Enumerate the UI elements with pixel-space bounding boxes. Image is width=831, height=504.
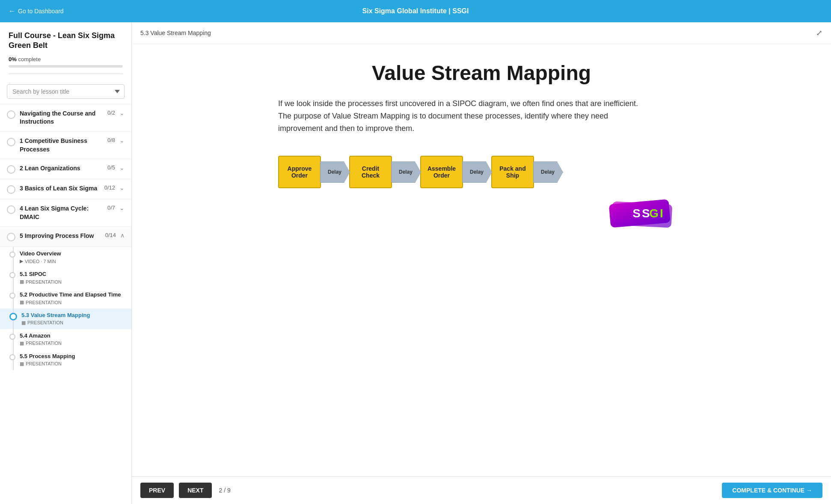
progress-label: complete (18, 56, 41, 62)
svg-text:SS: SS (632, 207, 651, 220)
section-item-1[interactable]: 1 Competitive Business Processes 0/8 ⌄ (0, 132, 131, 159)
lesson-title-sipoc: 5.1 SIPOC (20, 271, 125, 278)
delay-arrow-3: Delay (462, 161, 492, 183)
breadcrumb: 5.3 Value Stream Mapping (140, 30, 211, 36)
video-icon: ▶ (20, 258, 23, 264)
flow-connector-3: Delay (462, 161, 492, 183)
section-circle-5 (7, 233, 15, 241)
page-indicator: 2 / 9 (219, 487, 230, 494)
search-input[interactable]: Search by lesson title (7, 84, 125, 99)
bottom-nav: PREV NEXT 2 / 9 COMPLETE & CONTINUE → (132, 476, 831, 504)
delay-arrow-4: Delay (533, 161, 563, 183)
lesson-type-amazon: ▦ PRESENTATION (20, 341, 125, 346)
section-item-5[interactable]: 5 Improving Process Flow 0/14 ∧ (0, 227, 131, 247)
progress-percent: 0% (9, 56, 17, 62)
process-box-pack: Pack and Ship (491, 156, 534, 188)
svg-text:GI: GI (649, 207, 665, 220)
presentation-icon-productive: ▦ (20, 299, 24, 305)
lesson-type-vsm: ▦ PRESENTATION (21, 320, 125, 326)
sidebar-header: Full Course - Lean Six Sigma Green Belt … (0, 22, 131, 79)
section-info-2: 2 Lean Organizations (20, 164, 103, 173)
process-box-assemble: Assemble Order (420, 156, 463, 188)
chevron-down-icon-3[interactable]: ⌄ (119, 184, 125, 191)
next-button[interactable]: NEXT (179, 483, 212, 498)
process-box-approve: Approve Order (278, 156, 321, 188)
lesson-content-vsm: 5.3 Value Stream Mapping ▦ PRESENTATION (21, 312, 125, 326)
chevron-down-icon-1[interactable]: ⌄ (119, 137, 125, 144)
chevron-up-icon-5[interactable]: ∧ (120, 232, 125, 239)
expand-icon[interactable]: ⤢ (816, 28, 822, 38)
progress-bar-track (9, 65, 123, 68)
section-info-4: 4 Lean Six Sigma Cycle: DMAIC (20, 205, 103, 221)
slide-wrapper: Value Stream Mapping If we look inside t… (278, 61, 685, 231)
presentation-icon-sipoc: ▦ (20, 279, 24, 285)
lesson-content-productive: 5.2 Productive Time and Elapsed Time ▦ P… (20, 291, 125, 305)
flow-connector-2: Delay (391, 161, 421, 183)
process-box-credit: Credit Check (349, 156, 392, 188)
lesson-type-video: ▶ VIDEO · 7 MIN (20, 258, 125, 264)
section-count-2: 0/5 (107, 164, 115, 171)
lesson-title-amazon: 5.4 Amazon (20, 332, 125, 340)
lesson-content-sipoc: 5.1 SIPOC ▦ PRESENTATION (20, 271, 125, 285)
section-name-2: 2 Lean Organizations (20, 164, 103, 173)
chevron-down-icon-2[interactable]: ⌄ (119, 164, 125, 171)
lesson-type-process-mapping: ▦ PRESENTATION (20, 361, 125, 367)
course-title: Full Course - Lean Six Sigma Green Belt (9, 31, 123, 51)
lesson-item-sipoc[interactable]: 5.1 SIPOC ▦ PRESENTATION (0, 267, 131, 288)
course-sections: Navigating the Course and Instructions 0… (0, 104, 131, 504)
section-circle-2 (7, 165, 15, 174)
lesson-type-sipoc: ▦ PRESENTATION (20, 279, 125, 285)
section-item-nav[interactable]: Navigating the Course and Instructions 0… (0, 104, 131, 132)
delay-arrow-1: Delay (320, 161, 350, 183)
chevron-down-icon-4[interactable]: ⌄ (119, 205, 125, 211)
section-item-2[interactable]: 2 Lean Organizations 0/5 ⌄ (0, 159, 131, 179)
section-name-4: 4 Lean Six Sigma Cycle: DMAIC (20, 205, 103, 221)
section-count-3: 0/12 (104, 184, 115, 191)
process-flow-diagram: Approve Order Delay Credit Check Delay A… (278, 156, 685, 188)
search-container[interactable]: Search by lesson title (0, 79, 131, 104)
back-link-label: Go to Dashboard (18, 8, 64, 15)
lesson-title-process-mapping: 5.5 Process Mapping (20, 353, 125, 360)
lesson-item-vsm[interactable]: 5.3 Value Stream Mapping ▦ PRESENTATION (0, 308, 131, 329)
lesson-item-amazon[interactable]: 5.4 Amazon ▦ PRESENTATION (0, 329, 131, 350)
section-name-1: 1 Competitive Business Processes (20, 137, 103, 154)
section-name-3: 3 Basics of Lean Six Sigma (20, 184, 100, 193)
logo-container: SS GI (278, 197, 685, 231)
back-link[interactable]: ← Go to Dashboard (9, 7, 64, 15)
lesson-item-productive[interactable]: 5.2 Productive Time and Elapsed Time ▦ P… (0, 288, 131, 308)
lesson-list: Video Overview ▶ VIDEO · 7 MIN 5.1 SIPOC (0, 247, 131, 373)
presentation-icon-vsm: ▦ (21, 320, 26, 326)
section-count-5: 0/14 (105, 232, 116, 238)
lesson-item-process-mapping[interactable]: 5.5 Process Mapping ▦ PRESENTATION (0, 350, 131, 370)
complete-continue-button[interactable]: COMPLETE & CONTINUE → (722, 483, 822, 498)
section-info-3: 3 Basics of Lean Six Sigma (20, 184, 100, 193)
section-count-nav: 0/2 (107, 110, 115, 116)
section-circle-nav (7, 110, 15, 119)
prev-button[interactable]: PREV (140, 483, 174, 498)
content-topbar: 5.3 Value Stream Mapping ⤢ (132, 22, 831, 44)
lesson-title-vsm: 5.3 Value Stream Mapping (21, 312, 125, 319)
section-info-1: 1 Competitive Business Processes (20, 137, 103, 154)
section-circle-4 (7, 205, 15, 214)
presentation-icon-process-mapping: ▦ (20, 361, 24, 367)
section-circle-3 (7, 185, 15, 194)
section-name-nav: Navigating the Course and Instructions (20, 110, 103, 126)
content-area: 5.3 Value Stream Mapping ⤢ Value Stream … (132, 22, 831, 504)
lesson-content-process-mapping: 5.5 Process Mapping ▦ PRESENTATION (20, 353, 125, 367)
lesson-type-productive: ▦ PRESENTATION (20, 299, 125, 305)
progress-text: 0% complete (9, 56, 123, 62)
lesson-item-video[interactable]: Video Overview ▶ VIDEO · 7 MIN (0, 247, 131, 267)
header-title: Six Sigma Global Institute | SSGI (362, 7, 469, 15)
lesson-content-video: Video Overview ▶ VIDEO · 7 MIN (20, 250, 125, 264)
sidebar: Full Course - Lean Six Sigma Green Belt … (0, 22, 132, 504)
delay-arrow-2: Delay (391, 161, 421, 183)
section-item-3[interactable]: 3 Basics of Lean Six Sigma 0/12 ⌄ (0, 179, 131, 199)
section-item-4[interactable]: 4 Lean Six Sigma Cycle: DMAIC 0/7 ⌄ (0, 199, 131, 227)
chevron-down-icon-nav[interactable]: ⌄ (119, 110, 125, 116)
section-name-5: 5 Improving Process Flow (20, 232, 101, 240)
presentation-icon-amazon: ▦ (20, 341, 24, 346)
lesson-content-amazon: 5.4 Amazon ▦ PRESENTATION (20, 332, 125, 346)
flow-connector-1: Delay (320, 161, 350, 183)
progress-container: 0% complete (9, 56, 123, 74)
section-info-nav: Navigating the Course and Instructions (20, 110, 103, 126)
